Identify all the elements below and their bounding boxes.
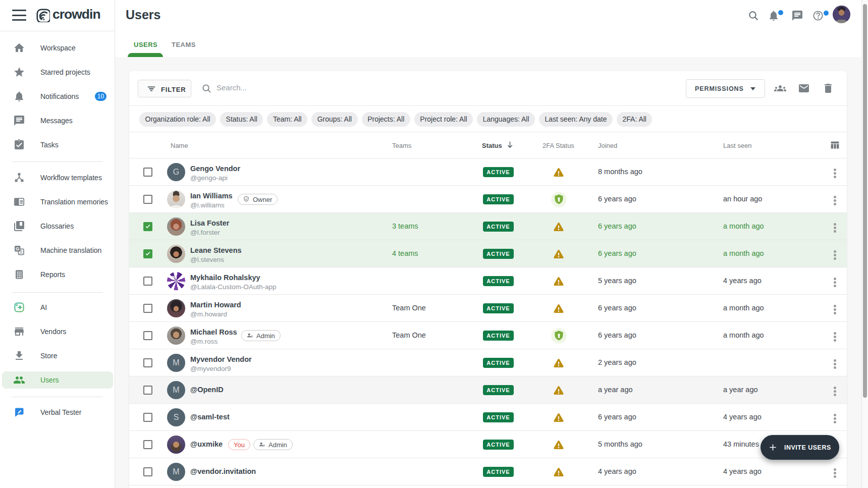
svg-text:G: G bbox=[16, 246, 19, 251]
